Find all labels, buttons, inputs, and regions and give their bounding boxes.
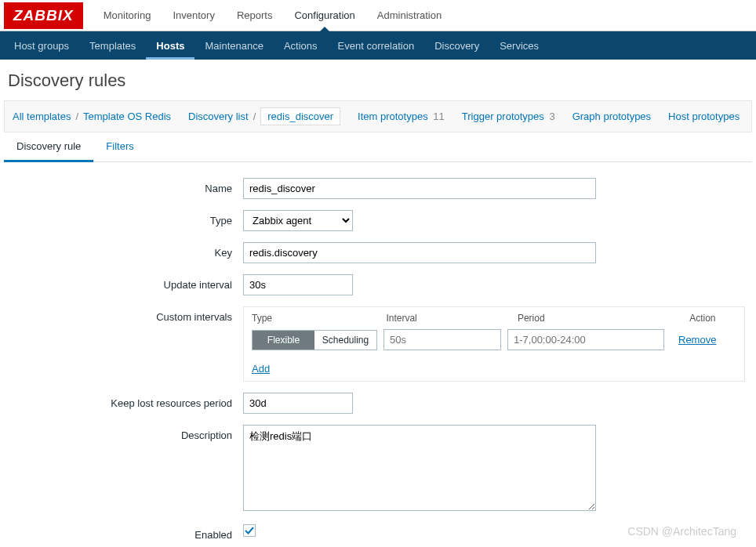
interval-type-toggle: Flexible Scheduling: [252, 330, 377, 350]
ih-period: Period: [518, 313, 689, 324]
label-key: Key: [8, 242, 243, 259]
bc-trigger-count: 3: [549, 110, 554, 122]
subnav-templates[interactable]: Templates: [79, 31, 146, 60]
nav-monitoring[interactable]: Monitoring: [93, 0, 162, 31]
subnav-services[interactable]: Services: [489, 31, 549, 60]
label-description: Description: [8, 425, 243, 441]
form: Name Type Zabbix agent Key Update interv…: [4, 162, 752, 547]
label-name: Name: [8, 178, 243, 194]
logo: ZABBIX: [4, 2, 83, 29]
bc-graph-prototypes[interactable]: Graph prototypes: [572, 110, 651, 122]
keep-lost-input[interactable]: [243, 393, 353, 414]
page-header: Discovery rules: [0, 60, 756, 100]
bc-current: redis_discover: [260, 107, 340, 125]
ih-interval: Interval: [386, 313, 517, 324]
nav-reports[interactable]: Reports: [226, 0, 284, 31]
ih-action: Action: [689, 313, 736, 324]
subnav-discovery[interactable]: Discovery: [424, 31, 489, 60]
watermark: CSDN @ArchitecTang: [627, 525, 736, 538]
tabs: Discovery rule Filters: [4, 132, 752, 162]
nav-inventory[interactable]: Inventory: [162, 0, 225, 31]
top-nav: ZABBIX Monitoring Inventory Reports Conf…: [0, 0, 756, 31]
subnav-hostgroups[interactable]: Host groups: [4, 31, 79, 60]
label-keep-lost: Keep lost resources period: [8, 393, 243, 409]
bc-all-templates[interactable]: All templates: [13, 110, 71, 122]
custom-intervals-table: Type Interval Period Action Flexible Sch…: [243, 306, 745, 382]
bc-item-count: 11: [433, 110, 444, 122]
ih-type: Type: [252, 313, 386, 324]
label-enabled: Enabled: [8, 524, 243, 541]
enabled-checkbox[interactable]: [243, 524, 256, 537]
bc-host-prototypes[interactable]: Host prototypes: [668, 110, 740, 122]
subnav-maintenance[interactable]: Maintenance: [194, 31, 273, 60]
interval-value-input[interactable]: [383, 329, 501, 350]
tab-discovery-rule[interactable]: Discovery rule: [4, 132, 93, 162]
page-title: Discovery rules: [8, 71, 748, 91]
bc-sep: /: [75, 110, 78, 122]
label-update-interval: Update interval: [8, 274, 243, 291]
update-interval-input[interactable]: [243, 274, 353, 295]
period-input[interactable]: [507, 329, 664, 350]
bc-trigger-prototypes[interactable]: Trigger prototypes: [462, 110, 544, 122]
key-input[interactable]: [243, 242, 596, 263]
toggle-scheduling[interactable]: Scheduling: [314, 331, 376, 350]
nav-administration[interactable]: Administration: [366, 0, 453, 31]
type-select[interactable]: Zabbix agent: [243, 210, 353, 231]
description-textarea[interactable]: 检测redis端口: [243, 425, 596, 511]
bc-sep: /: [253, 110, 256, 122]
bc-item-prototypes[interactable]: Item prototypes: [358, 110, 428, 122]
remove-interval-link[interactable]: Remove: [678, 334, 716, 346]
check-icon: [245, 526, 254, 535]
toggle-flexible[interactable]: Flexible: [253, 331, 314, 350]
sub-nav: Host groups Templates Hosts Maintenance …: [0, 31, 756, 60]
subnav-hosts[interactable]: Hosts: [146, 31, 194, 60]
breadcrumb: All templates / Template OS Redis Discov…: [4, 100, 752, 132]
tab-filters[interactable]: Filters: [93, 132, 146, 161]
add-interval-link[interactable]: Add: [244, 357, 278, 381]
bc-template[interactable]: Template OS Redis: [83, 110, 171, 122]
subnav-eventcorrelation[interactable]: Event correlation: [328, 31, 425, 60]
subnav-actions[interactable]: Actions: [274, 31, 328, 60]
nav-configuration[interactable]: Configuration: [283, 0, 365, 31]
label-custom-intervals: Custom intervals: [8, 306, 243, 323]
bc-discovery-list[interactable]: Discovery list: [188, 110, 249, 122]
label-type: Type: [8, 210, 243, 226]
name-input[interactable]: [243, 178, 596, 199]
